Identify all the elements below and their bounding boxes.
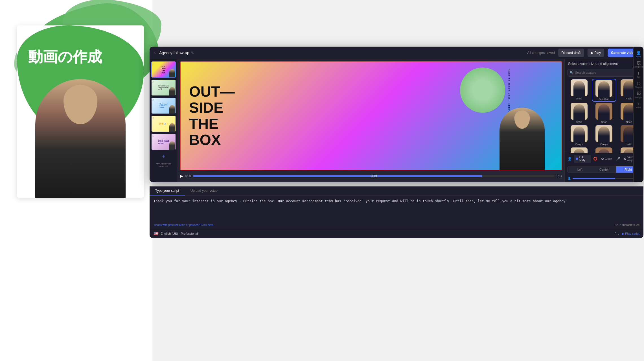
slide-number-4: 4 [152,116,154,119]
video-preview: OUT—SIDETHEBOX NICE TO MEET YOU • KEEPIN… [180,61,562,170]
app-body: 1 OUTSIDETHEBOX 2 We build brandsthat ch… [150,59,643,182]
avatar-head [63,85,97,124]
slide-item-2[interactable]: 2 We build brandsthat change theworld [151,79,176,96]
avatar-name-rosie: Rosie [626,97,632,100]
avatar-figure-11 [598,149,610,153]
side-tab-music[interactable]: ♪ Music [635,101,643,109]
search-icon: 🔍 [570,71,574,75]
avatar-cell-jonathan[interactable]: Jonathan [592,79,615,101]
green-circle-decoration [460,68,505,113]
progress-bar-label: Script [371,175,377,177]
avatar-cell-evelyn[interactable]: Evelyn [568,125,591,146]
script-textarea[interactable]: Thank you for your interest in our agenc… [150,196,643,221]
avatar-cell-anna[interactable]: Anna [568,79,591,101]
avatar-options-bar: 👤 Full body ⭕ Circle 🎤 Voice only [565,153,643,164]
background-tab-label: Background [633,66,643,68]
avatar-search-input[interactable] [568,69,641,77]
slide-text-1: OUTSIDETHEBOX [160,65,167,74]
side-tab-text[interactable]: T Text [635,70,643,78]
edit-icon[interactable]: ✎ [191,51,194,55]
avatar-name-evelyn2: Evelyn [600,143,608,146]
full-body-label: Full body [579,156,589,162]
align-center-button[interactable]: Center [592,166,616,173]
back-button[interactable]: ‹ [154,50,156,56]
pronunciation-link[interactable]: Issues with pronunciation or pauses? Cli… [154,223,214,227]
avatar-figure-rosie [623,81,635,96]
time-total: 0:14 [557,175,562,178]
add-slide-button[interactable]: ＋ [151,152,176,160]
avatar-cell-evelyn2[interactable]: Evelyn [592,125,615,146]
shapes-tab-icon: ⬡ [637,81,640,86]
slide-item-1[interactable]: 1 OUTSIDETHEBOX [151,61,176,78]
voice-option-icon: 🎤 [616,157,620,161]
body-option-icon: 👤 [568,157,572,161]
side-tab-background[interactable]: 🖼 Background [635,60,643,68]
full-body-option[interactable]: Full body [574,155,591,163]
avatar-figure-anna [573,81,585,96]
slide-number-2: 2 [152,80,154,83]
background-tab-icon: 🖼 [637,61,641,65]
side-tab-shapes[interactable]: ⬡ Shapes [635,81,643,88]
script-tabs: Type your script Upload your voice [150,186,643,196]
slide-person-1 [169,69,175,77]
slide-text-2: We build brandsthat change theworld [157,85,170,91]
side-tab-images[interactable]: 🖼 Images [635,91,643,99]
avatar-cell-10[interactable] [568,147,591,153]
slide-item-4[interactable]: 4 🏆 😊 📊 ✨ [151,116,176,132]
avatar-thumb-jonathan [595,80,612,97]
avatar-thumb-evelyn [571,125,588,142]
avatar-thumb-10 [571,147,588,153]
size-slider-row: 👤 👤 [565,175,643,182]
progress-bar[interactable]: Script [193,175,554,177]
align-left-button[interactable]: Left [568,166,592,173]
slide-text-4: 🏆 😊 📊 ✨ [158,122,169,125]
project-title-text: Agency follow-up [159,51,189,55]
avatar-thumb-evelyn2 [595,125,612,142]
language-selector-arrows[interactable]: ⌃⌄ [614,232,620,236]
play-script-button[interactable]: ▶ Play script [622,232,639,236]
script-footer: Issues with pronunciation or pauses? Cli… [150,222,643,229]
play-button[interactable]: ▶ Play [588,49,604,57]
avatar-cell-noah[interactable]: Noah [592,103,615,123]
avatar-thumb-anna [571,79,588,96]
circle-option[interactable]: Circle [600,156,614,161]
project-title-area: Agency follow-up ✎ [159,51,194,55]
circle-label: Circle [605,157,612,160]
card-avatar [35,79,126,198]
slide-number-3: 3 [152,98,154,101]
slide-text-5: How do we helpto think Outsidethe Box? [157,139,170,145]
discard-draft-button[interactable]: Discard draft [558,49,584,57]
size-slider[interactable] [573,178,633,179]
avatar-name-wilt: Wilt [627,143,631,146]
avatar-name-noah: Noah [601,121,607,123]
right-panel-header: Select avatar, size and alignment [565,59,643,68]
avatar-cell-11[interactable] [592,147,615,153]
avatar-figure-evelyn2 [598,127,610,142]
avatar-grid: Anna Jonathan Rosie [565,78,643,153]
slide-thumb-4: 🏆 😊 📊 ✨ [152,116,176,132]
slide-item-3[interactable]: 3 UnderstandLaunchIterate [151,97,176,114]
slide-person-3 [169,105,175,114]
avatar-figure [35,79,126,198]
avatar-name-noah2: Noah [626,121,632,123]
slide-thumb-2: We build brandsthat change theworld [152,80,176,95]
music-tab-icon: ♪ [638,101,639,106]
video-controls: ▶ 0:00 Script 0:14 [180,172,562,180]
avatar-figure-jonathan [598,81,610,97]
avatar-name-evelyn: Evelyn [575,143,583,146]
avatar-name-rosie2: Rosie [576,121,582,123]
right-side-tabs: 👤 Avatar 🖼 Background T Text ⬡ Shapes 🖼 … [633,47,643,182]
type-script-tab[interactable]: Type your script [150,186,185,195]
left-panel: 動画の作成 [0,0,152,361]
upload-voice-tab[interactable]: Upload your voice [185,186,223,195]
avatar-figure-noah2 [623,104,635,120]
video-play-button[interactable]: ▶ [180,174,183,178]
language-flag: 🇺🇸 [154,231,158,236]
slide-item-5[interactable]: 5 How do we helpto think Outsidethe Box? [151,134,176,150]
full-body-dot [576,158,578,160]
avatar-cell-rosie2[interactable]: Rosie [568,103,591,123]
side-tab-avatar[interactable]: 👤 Avatar [635,50,643,58]
video-content: OUT—SIDETHEBOX NICE TO MEET YOU • KEEPIN… [181,62,562,170]
language-text: English (US) - Professional [161,232,612,235]
avatar-figure-12 [623,149,635,153]
